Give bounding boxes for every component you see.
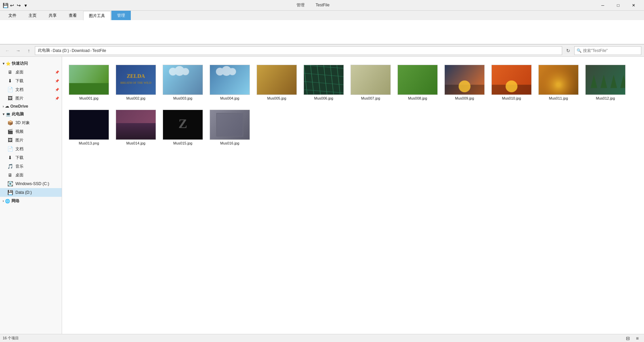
details-view-btn[interactable]: ≡ xyxy=(633,335,641,342)
tab-图片工具[interactable]: 图片工具 xyxy=(83,11,111,20)
redo-icon[interactable]: ↪ xyxy=(16,3,21,8)
sidebar-item-desktop-quick[interactable]: 🖥 桌面 📌 xyxy=(0,68,62,76)
search-box[interactable]: 🔍 xyxy=(574,46,641,55)
sidebar-section-thispc[interactable]: ▾ 💻 此电脑 xyxy=(0,110,62,118)
list-item[interactable]: Mus003.jpg xyxy=(163,63,203,102)
onedrive-icon: ☁ xyxy=(5,104,9,109)
list-item[interactable]: Mus008.jpg xyxy=(397,63,438,102)
sidebar-item-desktop[interactable]: 🖥 桌面 xyxy=(0,171,62,179)
file-name-label: Mus009.jpg xyxy=(455,96,474,100)
address-bar: ← → ↑ 此电脑 › Data (D:) › Download › TestF… xyxy=(0,45,644,57)
list-item[interactable]: Mus015.jpg xyxy=(163,108,203,147)
file-name-label: Mus008.jpg xyxy=(408,96,427,100)
sidebar-label-desktop-quick: 桌面 xyxy=(15,69,23,75)
file-grid: Mus001.jpgMus002.jpgMus003.jpgMus004.jpg… xyxy=(69,63,637,147)
file-name-label: Mus011.jpg xyxy=(549,96,568,100)
list-item[interactable]: Mus009.jpg xyxy=(444,63,485,102)
sidebar-item-videos[interactable]: 🎬 视频 xyxy=(0,127,62,136)
up-button[interactable]: ↑ xyxy=(24,46,34,55)
search-input[interactable] xyxy=(583,48,639,53)
list-item[interactable]: Mus016.jpg xyxy=(210,108,250,147)
docs2-icon: 📄 xyxy=(7,146,13,152)
tab-查看[interactable]: 查看 xyxy=(63,11,83,20)
sidebar-item-docs[interactable]: 📄 文档 xyxy=(0,145,62,153)
maximize-button[interactable]: □ xyxy=(610,0,626,11)
list-item[interactable]: Mus002.jpg xyxy=(116,63,156,102)
list-item[interactable]: Mus014.jpg xyxy=(116,108,156,147)
tab-管理[interactable]: 管理 xyxy=(111,11,131,20)
sidebar-section-network[interactable]: › 🌐 网络 xyxy=(0,197,62,205)
quick-access-label: 快速访问 xyxy=(12,61,28,66)
pictures-icon: 🖼 xyxy=(7,95,13,102)
file-name-label: Mus006.jpg xyxy=(314,96,333,100)
tab-主页[interactable]: 主页 xyxy=(23,11,42,20)
file-name-label: Mus007.jpg xyxy=(361,96,380,100)
sidebar-item-docs-quick[interactable]: 📄 文档 📌 xyxy=(0,85,62,94)
minimize-button[interactable]: ─ xyxy=(595,0,610,11)
refresh-button[interactable]: ↻ xyxy=(564,46,573,55)
tab-共享[interactable]: 共享 xyxy=(43,11,62,20)
title-bar: 💾 ↩ ↪ ▾ 管理 TestFile ─ □ ✕ xyxy=(0,0,644,11)
file-name-label: Mus002.jpg xyxy=(126,96,146,100)
sidebar-item-music[interactable]: 🎵 音乐 xyxy=(0,162,62,171)
sidebar-section-quick-access[interactable]: ▾ ⭐ 快速访问 xyxy=(0,59,62,68)
list-item[interactable]: Mus013.png xyxy=(69,108,109,147)
sidebar-label-docs-quick: 文档 xyxy=(15,87,23,93)
back-button[interactable]: ← xyxy=(3,46,12,55)
expand-icon: ▾ xyxy=(3,62,4,65)
close-button[interactable]: ✕ xyxy=(626,0,641,11)
sidebar-item-c-drive[interactable]: 💽 Windows-SSD (C:) xyxy=(0,179,62,188)
expand-icon-pc: ▾ xyxy=(3,112,4,116)
sidebar-label-d-drive: Data (D:) xyxy=(15,190,32,195)
sidebar-item-3d[interactable]: 📦 3D 对象 xyxy=(0,118,62,127)
desktop-icon: 🖥 xyxy=(7,69,13,75)
expand-icon-od: › xyxy=(3,105,4,108)
expand-icon-net: › xyxy=(3,199,4,203)
title-bar-quick-icons: 💾 ↩ ↪ ▾ xyxy=(3,3,28,8)
list-item[interactable]: Mus007.jpg xyxy=(351,63,391,102)
sidebar-item-d-drive[interactable]: 💾 Data (D:) xyxy=(0,188,62,197)
status-view-controls: ⊟ ≡ xyxy=(624,335,641,342)
sidebar-item-pictures[interactable]: 🖼 图片 xyxy=(0,136,62,145)
dropdown-icon[interactable]: ▾ xyxy=(23,3,28,8)
list-item[interactable]: Mus012.jpg xyxy=(585,63,626,102)
item-count: 16 个项目 xyxy=(3,336,19,341)
d-drive-icon: 💾 xyxy=(7,189,13,196)
pin-icon: 📌 xyxy=(55,70,59,74)
file-name-label: Mus001.jpg xyxy=(79,96,99,100)
network-label: 网络 xyxy=(11,198,19,204)
list-item[interactable]: Mus001.jpg xyxy=(69,63,109,102)
sidebar-label-pictures-quick: 图片 xyxy=(15,96,23,101)
path-part-pc: 此电脑 xyxy=(38,48,50,53)
download2-icon: ⬇ xyxy=(7,154,13,161)
sidebar-label-docs: 文档 xyxy=(15,146,23,152)
pictures2-icon: 🖼 xyxy=(7,137,13,144)
pin-icon-2: 📌 xyxy=(55,79,59,83)
address-path[interactable]: 此电脑 › Data (D:) › Download › TestFile xyxy=(35,46,562,55)
list-item[interactable]: Mus011.jpg xyxy=(538,63,579,102)
file-name-label: Mus004.jpg xyxy=(220,96,239,100)
file-area: Mus001.jpgMus002.jpgMus003.jpgMus004.jpg… xyxy=(62,57,644,334)
forward-button[interactable]: → xyxy=(13,46,23,55)
sidebar-label-c-drive: Windows-SSD (C:) xyxy=(15,181,49,186)
list-item[interactable]: Mus006.jpg xyxy=(304,63,344,102)
list-item[interactable]: Mus004.jpg xyxy=(210,63,250,102)
sidebar-item-downloads-quick[interactable]: ⬇ 下载 📌 xyxy=(0,76,62,85)
sidebar-label-music: 音乐 xyxy=(15,164,23,169)
list-item[interactable]: Mus005.jpg xyxy=(257,63,297,102)
sidebar-item-pictures-quick[interactable]: 🖼 图片 📌 xyxy=(0,94,62,103)
main-layout: ▾ ⭐ 快速访问 🖥 桌面 📌 ⬇ 下载 📌 📄 文档 📌 🖼 图片 📌 › ☁ xyxy=(0,57,644,334)
window-title: 管理 TestFile xyxy=(31,2,595,8)
3d-icon: 📦 xyxy=(7,119,13,126)
save-icon[interactable]: 💾 xyxy=(3,3,8,8)
download-icon: ⬇ xyxy=(7,77,13,84)
sidebar-item-downloads[interactable]: ⬇ 下载 xyxy=(0,153,62,162)
file-name-label: Mus014.jpg xyxy=(126,141,146,145)
undo-icon[interactable]: ↩ xyxy=(9,3,15,8)
sidebar-section-onedrive[interactable]: › ☁ OneDrive xyxy=(0,103,62,110)
list-item[interactable]: Mus010.jpg xyxy=(491,63,532,102)
tab-文件[interactable]: 文件 xyxy=(3,11,22,20)
sidebar-label-desktop: 桌面 xyxy=(15,172,23,178)
large-icons-view-btn[interactable]: ⊟ xyxy=(624,335,632,342)
ribbon-label-title: 管理 xyxy=(297,3,305,7)
